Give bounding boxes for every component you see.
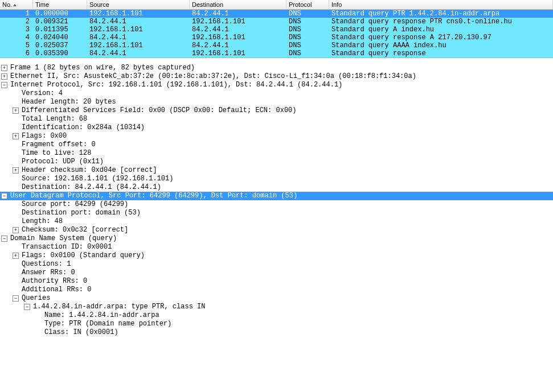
- tree-row[interactable]: Frame 1 (82 bytes on wire, 82 bytes capt…: [0, 64, 553, 72]
- tree-row[interactable]: Source: 192.168.1.101 (192.168.1.101): [0, 175, 553, 183]
- tree-spacer-icon: [13, 142, 19, 148]
- cell-source: 84.2.44.1: [87, 18, 190, 26]
- tree-row[interactable]: Destination port: domain (53): [0, 209, 553, 217]
- tree-spacer-icon: [13, 201, 19, 208]
- collapse-icon[interactable]: [24, 304, 30, 310]
- tree-spacer-icon: [35, 329, 42, 336]
- tree-label: Questions: 1: [22, 260, 71, 269]
- tree-row[interactable]: Answer RRs: 0: [0, 269, 553, 277]
- packet-row[interactable]: 40.02404084.2.44.1192.168.1.101DNSStanda…: [0, 34, 553, 42]
- tree-row[interactable]: Flags: 0x00: [0, 132, 553, 141]
- packet-row[interactable]: 50.025037192.168.1.10184.2.44.1DNSStanda…: [0, 42, 553, 49]
- column-header-info[interactable]: Info: [329, 0, 553, 9]
- tree-label: Source: 192.168.1.101 (192.168.1.101): [22, 175, 173, 183]
- tree-spacer-icon: [13, 176, 19, 182]
- tree-label: Header length: 20 bytes: [22, 98, 116, 106]
- tree-label: Type: PTR (Domain name pointer): [44, 320, 171, 328]
- tree-row[interactable]: Ethernet II, Src: AsustekC_ab:37:2e (00:…: [0, 72, 553, 81]
- column-header-source[interactable]: Source: [87, 0, 190, 9]
- column-header-protocol[interactable]: Protocol: [286, 0, 329, 9]
- tree-spacer-icon: [13, 210, 19, 216]
- collapse-icon[interactable]: [13, 295, 19, 302]
- tree-row[interactable]: User Datagram Protocol, Src Port: 64299 …: [0, 192, 553, 200]
- cell-protocol: DNS: [286, 42, 329, 49]
- tree-row[interactable]: Total Length: 68: [0, 115, 553, 123]
- tree-label: Differentiated Services Field: 0x00 (DSC…: [22, 106, 296, 115]
- tree-spacer-icon: [13, 125, 19, 131]
- tree-label: Version: 4: [22, 89, 63, 98]
- tree-row[interactable]: Authority RRs: 0: [0, 277, 553, 286]
- tree-row[interactable]: Protocol: UDP (0x11): [0, 158, 553, 166]
- tree-row[interactable]: Transaction ID: 0x0001: [0, 243, 553, 251]
- packet-row[interactable]: 60.03539084.2.44.1192.168.1.101DNSStanda…: [0, 49, 553, 57]
- cell-time: 0.025037: [33, 42, 87, 49]
- tree-label: Destination: 84.2.44.1 (84.2.44.1): [22, 183, 161, 192]
- tree-row[interactable]: Differentiated Services Field: 0x00 (DSC…: [0, 106, 553, 115]
- tree-spacer-icon: [13, 218, 19, 225]
- collapse-icon[interactable]: [1, 236, 7, 242]
- expand-icon[interactable]: [13, 167, 19, 174]
- tree-label: Header checksum: 0xd04e [correct]: [22, 166, 157, 175]
- packet-row[interactable]: 10.000000192.168.1.10184.2.44.1DNSStanda…: [0, 10, 553, 18]
- packet-row[interactable]: 20.00932184.2.44.1192.168.1.101DNSStanda…: [0, 18, 553, 26]
- collapse-icon[interactable]: [1, 193, 7, 199]
- tree-spacer-icon: [13, 184, 19, 191]
- tree-label: Domain Name System (query): [10, 234, 117, 243]
- tree-row[interactable]: Source port: 64299 (64299): [0, 200, 553, 209]
- tree-row[interactable]: Header checksum: 0xd04e [correct]: [0, 166, 553, 175]
- tree-row[interactable]: Class: IN (0x0001): [0, 328, 553, 337]
- expand-icon[interactable]: [1, 65, 7, 71]
- cell-time: 0.011395: [33, 26, 87, 34]
- cell-info: Standard query A index.hu: [329, 26, 553, 34]
- tree-row[interactable]: Time to live: 128: [0, 149, 553, 158]
- tree-row[interactable]: Internet Protocol, Src: 192.168.1.101 (1…: [0, 81, 553, 89]
- tree-label: Time to live: 128: [22, 149, 91, 158]
- packet-row[interactable]: 30.011395192.168.1.10184.2.44.1DNSStanda…: [0, 26, 553, 34]
- tree-row[interactable]: Identification: 0x284a (10314): [0, 123, 553, 132]
- tree-label: Authority RRs: 0: [22, 277, 87, 286]
- tree-row[interactable]: Additional RRs: 0: [0, 286, 553, 294]
- tree-spacer-icon: [13, 90, 19, 97]
- column-header-no[interactable]: No.: [0, 0, 33, 9]
- tree-spacer-icon: [13, 159, 19, 165]
- tree-row[interactable]: Queries: [0, 294, 553, 303]
- cell-info: Standard query response: [329, 49, 553, 57]
- tree-row[interactable]: Destination: 84.2.44.1 (84.2.44.1): [0, 183, 553, 192]
- cell-protocol: DNS: [286, 49, 329, 57]
- tree-row[interactable]: Fragment offset: 0: [0, 141, 553, 149]
- tree-label: User Datagram Protocol, Src Port: 64299 …: [10, 192, 297, 200]
- tree-label: Transaction ID: 0x0001: [22, 243, 112, 251]
- cell-info: Standard query response PTR cns0.t-onlin…: [329, 18, 553, 26]
- expand-icon[interactable]: [1, 73, 7, 80]
- tree-spacer-icon: [13, 150, 19, 156]
- expand-icon[interactable]: [13, 253, 19, 259]
- tree-row[interactable]: Name: 1.44.2.84.in-addr.arpa: [0, 311, 553, 320]
- cell-destination: 84.2.44.1: [190, 10, 286, 18]
- tree-row[interactable]: Checksum: 0x0c32 [correct]: [0, 226, 553, 234]
- cell-no: 2: [0, 18, 33, 26]
- tree-label: Additional RRs: 0: [22, 286, 91, 294]
- tree-label: 1.44.2.84.in-addr.arpa: type PTR, class …: [33, 303, 205, 311]
- tree-row[interactable]: Length: 48: [0, 217, 553, 226]
- collapse-icon[interactable]: [1, 82, 7, 88]
- sort-asc-icon: [13, 4, 17, 6]
- column-header-destination[interactable]: Destination: [190, 0, 286, 9]
- tree-row[interactable]: Domain Name System (query): [0, 234, 553, 243]
- cell-source: 192.168.1.101: [87, 10, 190, 18]
- expand-icon[interactable]: [13, 108, 19, 114]
- expand-icon[interactable]: [13, 227, 19, 233]
- tree-label: Protocol: UDP (0x11): [22, 158, 104, 166]
- tree-label: Flags: 0x0100 (Standard query): [22, 251, 145, 260]
- tree-row[interactable]: Flags: 0x0100 (Standard query): [0, 251, 553, 260]
- tree-row[interactable]: Questions: 1: [0, 260, 553, 269]
- tree-row[interactable]: Type: PTR (Domain name pointer): [0, 320, 553, 328]
- tree-row[interactable]: Header length: 20 bytes: [0, 98, 553, 106]
- cell-time: 0.024040: [33, 34, 87, 42]
- tree-row[interactable]: Version: 4: [0, 89, 553, 98]
- expand-icon[interactable]: [13, 133, 19, 139]
- cell-info: Standard query AAAA index.hu: [329, 42, 553, 49]
- cell-info: Standard query PTR 1.44.2.84.in-addr.arp…: [329, 10, 553, 18]
- tree-label: Frame 1 (82 bytes on wire, 82 bytes capt…: [10, 64, 195, 72]
- column-header-time[interactable]: Time: [33, 0, 87, 9]
- tree-row[interactable]: 1.44.2.84.in-addr.arpa: type PTR, class …: [0, 303, 553, 311]
